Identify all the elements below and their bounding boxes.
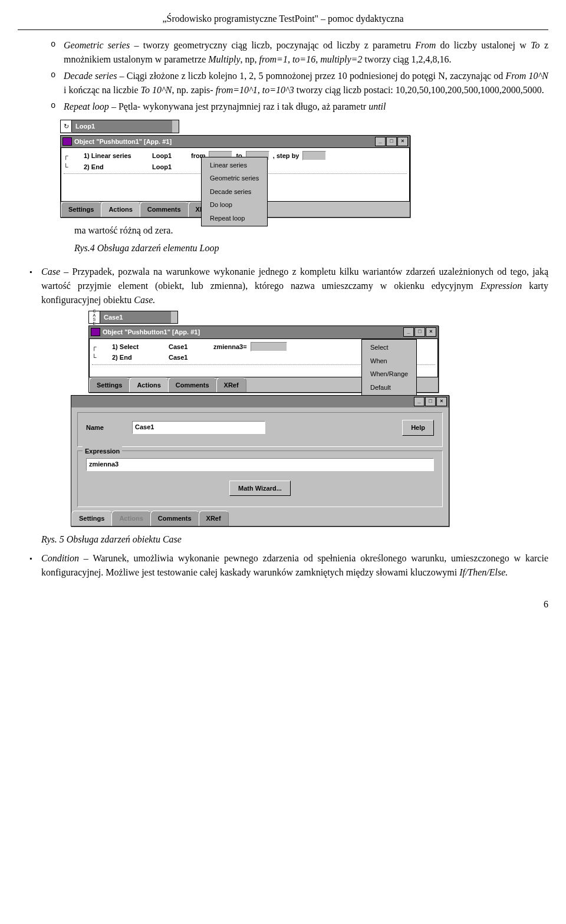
loop-window-title: Object "Pushbutton1" [App. #1]	[74, 137, 172, 147]
close-button[interactable]: ×	[426, 327, 436, 337]
help-button[interactable]: Help	[402, 420, 434, 436]
loop-window-titlebar[interactable]: Object "Pushbutton1" [App. #1] _ □ ×	[61, 136, 410, 148]
case-text: Case – Przypadek, pozwala na warunkowe w…	[41, 265, 548, 307]
case-context-menu[interactable]: Select When When/Range Default	[361, 339, 417, 396]
loop-bar-label: Loop1	[72, 120, 172, 133]
tab-xref[interactable]: XRef	[199, 511, 229, 526]
tab-comments[interactable]: Comments	[150, 511, 199, 526]
row1-expr: zmienna3=	[213, 342, 247, 352]
case-object-bar[interactable]: CASE Case1	[88, 311, 178, 324]
expr-field[interactable]	[251, 342, 287, 351]
case-icon: CASE	[89, 311, 100, 323]
page-number: 6	[18, 597, 548, 611]
row-marker: └	[92, 353, 108, 363]
case-bar-label: Case1	[100, 311, 171, 324]
case-settings-titlebar[interactable]: _ □ ×	[71, 396, 449, 407]
menu-linear-series[interactable]: Linear series	[202, 159, 267, 172]
tab-comments[interactable]: Comments	[168, 377, 217, 393]
tab-settings[interactable]: Settings	[71, 511, 112, 526]
tab-actions[interactable]: Actions	[101, 202, 140, 217]
row-marker: ┌	[92, 342, 108, 352]
object-icon	[91, 328, 100, 336]
object-icon	[62, 137, 72, 146]
row1-object: Case1	[169, 342, 210, 352]
fig4-caption: Rys.4 Obsługa zdarzeń elementu Loop	[74, 241, 548, 255]
header-divider	[18, 29, 548, 30]
loop-context-menu[interactable]: Linear series Geometric series Decade se…	[201, 157, 268, 227]
loop-figure: ↻ Loop1 Object "Pushbutton1" [App. #1] _…	[60, 120, 548, 218]
case-actions-title: Object "Pushbutton1" [App. #1]	[103, 327, 200, 337]
row2-object: Loop1	[152, 162, 172, 172]
bullet-marker: o	[51, 100, 64, 112]
expression-input[interactable]: zmienna3	[86, 458, 434, 471]
close-button[interactable]: ×	[397, 137, 408, 146]
case-figure: CASE Case1 Object "Pushbutton1" [App. #1…	[88, 311, 548, 527]
tab-settings[interactable]: Settings	[61, 202, 101, 217]
minimize-button[interactable]: _	[414, 397, 424, 406]
row1-step-label: , step by	[273, 151, 300, 161]
menu-repeat-loop[interactable]: Repeat loop	[202, 212, 267, 225]
minimize-button[interactable]: _	[375, 137, 386, 146]
tab-xref[interactable]: XRef	[216, 377, 246, 393]
menu-geometric-series[interactable]: Geometric series	[202, 172, 267, 185]
menu-when-range[interactable]: When/Range	[362, 367, 416, 381]
page-header: „Środowisko programistyczne TestPoint" –…	[18, 12, 548, 26]
tab-settings[interactable]: Settings	[89, 377, 130, 393]
step-field[interactable]	[302, 151, 326, 160]
bullet-marker: ▪	[29, 551, 41, 564]
menu-select[interactable]: Select	[362, 341, 416, 354]
expression-label: Expression	[83, 446, 122, 456]
bullet-marker: o	[51, 69, 64, 81]
row2-action: 2) End	[84, 162, 149, 172]
condition-text: Condition – Warunek, umożliwia wykonanie…	[41, 551, 548, 580]
row2-object: Case1	[169, 353, 187, 363]
menu-decade-series[interactable]: Decade series	[202, 185, 267, 199]
name-input[interactable]: Case1	[132, 421, 265, 434]
math-wizard-button[interactable]: Math Wizard...	[229, 481, 291, 496]
maximize-button[interactable]: □	[414, 327, 425, 337]
minimize-button[interactable]: _	[403, 327, 414, 337]
loop-icon: ↻	[61, 120, 72, 132]
menu-do-loop[interactable]: Do loop	[202, 198, 267, 212]
menu-when[interactable]: When	[362, 354, 416, 368]
case-actions-titlebar[interactable]: Object "Pushbutton1" [App. #1] _ □ ×	[89, 326, 438, 338]
case-settings-tabs: Settings Actions Comments XRef	[71, 511, 449, 526]
tab-actions[interactable]: Actions	[111, 511, 150, 526]
row1-select: 1) Select	[112, 342, 165, 352]
row1-object: Loop1	[152, 151, 187, 161]
repeat-loop-tail: ma wartość różną od zera.	[74, 223, 548, 238]
tab-comments[interactable]: Comments	[140, 202, 189, 217]
maximize-button[interactable]: □	[425, 397, 436, 406]
expression-group: Expression zmienna3 Math Wizard...	[77, 451, 443, 508]
name-label: Name	[86, 423, 127, 433]
row2-end: 2) End	[112, 353, 165, 363]
row-marker: └	[64, 162, 80, 172]
tab-actions[interactable]: Actions	[129, 377, 168, 393]
row1-action: 1) Linear series	[84, 151, 149, 161]
maximize-button[interactable]: □	[386, 137, 397, 146]
name-group: Name Case1 Help	[77, 412, 443, 447]
decade-series-text: Decade series – Ciągi złożone z liczb ko…	[64, 69, 548, 97]
geometric-series-text: Geometric series – tworzy geometryczny c…	[64, 38, 548, 67]
bullet-marker: o	[51, 38, 64, 51]
repeat-loop-text: Repeat loop – Pętla- wykonywana jest prz…	[64, 100, 386, 114]
close-button[interactable]: ×	[436, 397, 447, 406]
menu-default[interactable]: Default	[362, 381, 416, 394]
row-marker: ┌	[64, 151, 80, 161]
fig5-caption: Rys. 5 Obsługa zdarzeń obiektu Case	[41, 532, 548, 547]
bullet-marker: ▪	[29, 265, 41, 277]
loop-object-bar[interactable]: ↻ Loop1	[60, 120, 179, 133]
